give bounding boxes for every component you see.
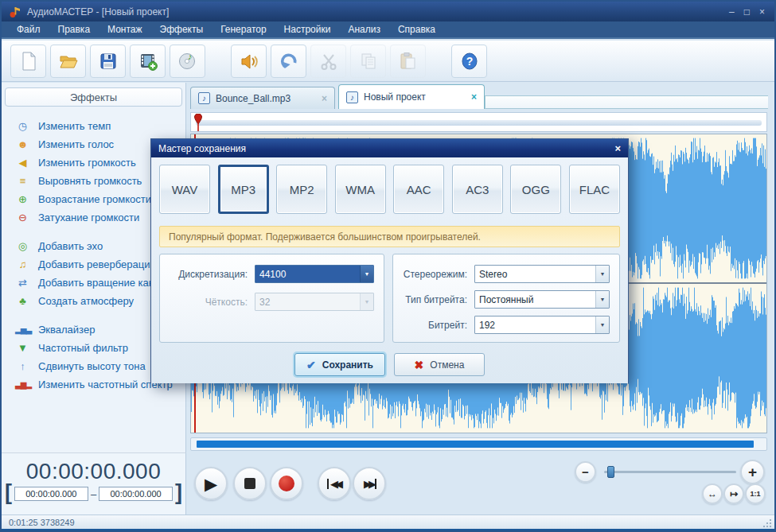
- zoom-out-button[interactable]: −: [575, 461, 596, 483]
- x-icon: ✖: [415, 359, 424, 371]
- format-ogg-button[interactable]: OGG: [510, 165, 561, 214]
- tab-close-icon[interactable]: ×: [322, 93, 327, 104]
- timeline-band: [196, 120, 762, 126]
- bit-depth-value: 32: [255, 293, 360, 310]
- new-file-icon: [18, 51, 39, 72]
- open-file-button[interactable]: [50, 45, 86, 78]
- format-info-text: Популярный формат. Подерживается большин…: [169, 231, 481, 243]
- dialog-close-icon[interactable]: ×: [614, 142, 621, 154]
- open-folder-icon: [58, 51, 79, 72]
- close-button[interactable]: ×: [759, 6, 765, 17]
- video-film-icon: [138, 51, 158, 72]
- chevron-down-icon[interactable]: ▼: [595, 266, 609, 282]
- cancel-button-label: Отмена: [430, 359, 464, 371]
- menu-bar: Файл Правка Монтаж Эффекты Генератор Нас…: [2, 21, 774, 39]
- format-flac-button[interactable]: FLAC: [569, 165, 620, 214]
- format-mp3-button[interactable]: MP3: [218, 165, 269, 214]
- menu-item-analysis[interactable]: Анализ: [339, 22, 389, 37]
- timeline-ruler[interactable]: [190, 112, 767, 132]
- stop-icon: [244, 478, 255, 489]
- scrollbar-thumb[interactable]: [197, 441, 754, 448]
- save-button[interactable]: ✔ Сохранить: [294, 353, 385, 376]
- effect-label: Изменить голос: [38, 138, 114, 150]
- bitrate-type-label: Тип битрейта:: [403, 294, 474, 305]
- sample-rate-combo[interactable]: 44100 ▼: [255, 265, 374, 283]
- horizontal-scrollbar[interactable]: [190, 437, 767, 451]
- menu-item-effects[interactable]: Эффекты: [151, 22, 213, 37]
- cancel-button[interactable]: ✖ Отмена: [394, 353, 485, 376]
- status-bar: 0:01:25 3738249: [2, 515, 774, 530]
- play-button[interactable]: ▶: [194, 467, 228, 500]
- menu-item-settings[interactable]: Настройки: [275, 22, 340, 37]
- effects-header: Эффекты: [5, 87, 182, 107]
- current-time-display: 00:00:00.000: [2, 459, 185, 484]
- save-file-button[interactable]: [90, 45, 126, 78]
- bitrate-value: 192: [475, 316, 595, 333]
- effect-change-tempo[interactable]: ◷Изменить темп: [5, 117, 182, 135]
- extract-audio-from-video-button[interactable]: [130, 45, 166, 78]
- clock-icon: ◷: [15, 121, 30, 132]
- bitrate-combo[interactable]: 192 ▼: [474, 316, 610, 334]
- help-button[interactable]: ?: [451, 45, 487, 78]
- resize-grip[interactable]: [762, 518, 772, 528]
- format-aac-button[interactable]: AAC: [393, 165, 444, 214]
- chevron-down-icon[interactable]: ▼: [360, 266, 373, 282]
- bitrate-type-combo[interactable]: Постоянный ▼: [474, 290, 610, 309]
- grab-audio-from-cd-button[interactable]: ♪: [170, 45, 205, 78]
- tab-close-icon[interactable]: ×: [471, 91, 477, 103]
- one-to-one-zoom-button[interactable]: 1:1: [745, 483, 766, 504]
- playhead-pin-icon[interactable]: [194, 114, 202, 131]
- menu-item-file[interactable]: Файл: [8, 22, 49, 37]
- fit-selection-button[interactable]: ↦: [723, 483, 744, 504]
- zoom-slider-track[interactable]: [604, 471, 736, 473]
- format-button-row: WAV MP3 MP2 WMA AAC AC3 OGG FLAC: [159, 165, 620, 214]
- selection-start-input[interactable]: [14, 487, 88, 501]
- copy-button[interactable]: [350, 45, 386, 78]
- help-icon: ?: [459, 51, 480, 72]
- tab-bounce-ball[interactable]: ♪ Bounce_Ball.mp3 ×: [190, 87, 335, 109]
- paste-button[interactable]: [390, 45, 426, 78]
- tab-new-project[interactable]: ♪ Новый проект ×: [338, 84, 485, 109]
- format-mp2-button[interactable]: MP2: [276, 165, 327, 214]
- undo-button[interactable]: [271, 45, 306, 78]
- dialog-title-bar[interactable]: Мастер сохранения ×: [151, 139, 628, 157]
- tab-label: Новый проект: [364, 91, 426, 103]
- minus-icon: −: [582, 465, 589, 479]
- format-wma-button[interactable]: WMA: [335, 165, 386, 214]
- chevron-down-icon[interactable]: ▼: [595, 291, 609, 308]
- zoom-in-button[interactable]: +: [740, 460, 765, 484]
- menu-item-generator[interactable]: Генератор: [212, 22, 275, 37]
- format-wav-button[interactable]: WAV: [159, 165, 210, 214]
- cut-button[interactable]: [310, 45, 346, 78]
- menu-item-montage[interactable]: Монтаж: [99, 22, 151, 37]
- maximize-button[interactable]: □: [744, 6, 750, 17]
- effect-label: Возрастание громкости: [38, 193, 151, 205]
- selection-end-input[interactable]: [99, 487, 173, 501]
- sample-rate-value: 44100: [255, 266, 360, 282]
- stop-button[interactable]: [233, 467, 267, 500]
- speaker-icon: ◀: [15, 157, 30, 169]
- chevron-down-icon[interactable]: ▼: [595, 316, 609, 333]
- svg-text:♪: ♪: [188, 52, 193, 61]
- menu-item-help[interactable]: Справка: [389, 22, 444, 37]
- save-icon: [98, 51, 119, 72]
- record-button[interactable]: [270, 467, 303, 500]
- skip-to-start-button[interactable]: ◀◀: [318, 467, 351, 500]
- effect-label: Затухание громкости: [38, 212, 139, 223]
- format-ac3-button[interactable]: AC3: [452, 165, 503, 214]
- plus-icon: +: [748, 464, 757, 481]
- minimize-button[interactable]: –: [729, 6, 735, 17]
- status-text: 0:01:25 3738249: [9, 518, 75, 527]
- copy-icon: [358, 51, 379, 72]
- skip-to-end-button[interactable]: ▶▶: [353, 467, 386, 500]
- menu-item-edit[interactable]: Правка: [49, 22, 99, 37]
- new-file-button[interactable]: [10, 45, 46, 78]
- tab-label: Bounce_Ball.mp3: [216, 93, 291, 104]
- record-sound-button[interactable]: [231, 45, 267, 78]
- speaker-tools-icon: [239, 51, 259, 72]
- zoom-slider-thumb[interactable]: [607, 466, 614, 478]
- left-options-group: Дискретизация: 44100 ▼ Чёткость: 32 ▼: [159, 254, 384, 343]
- fit-width-button[interactable]: ↔: [702, 483, 723, 504]
- stereo-mode-combo[interactable]: Stereo ▼: [474, 265, 610, 283]
- fit-width-icon: ↔: [708, 488, 717, 499]
